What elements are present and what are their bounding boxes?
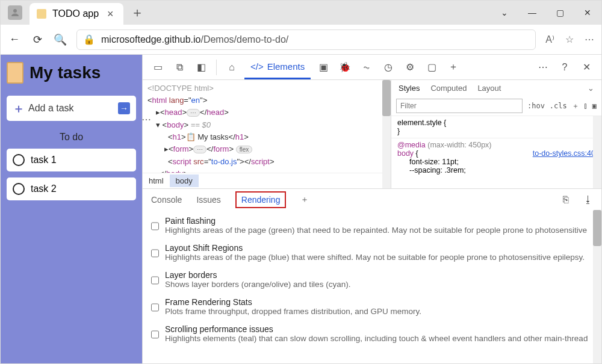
drawer-download-icon[interactable]: ⭳ [583, 194, 593, 205]
drawer-tool-icon[interactable]: ⎘ [563, 194, 569, 205]
application-icon[interactable]: ▢ [423, 58, 441, 76]
hov-toggle[interactable]: :hov [527, 102, 545, 110]
computed-icon[interactable]: ⫿ [584, 102, 588, 110]
style-rule[interactable]: element.style { } [391, 116, 601, 138]
help-icon[interactable]: ? [556, 58, 574, 76]
styles-pane: Styles Computed Layout ⌄ :hov .cls ＋ ⫿ ▣… [391, 80, 601, 188]
dom-tree[interactable]: ⋯ <!DOCTYPE html> <html lang="en"> ▸<hea… [143, 80, 391, 188]
checkbox[interactable] [151, 299, 159, 316]
tab-styles[interactable]: Styles [399, 84, 420, 93]
cls-toggle[interactable]: .cls [550, 102, 567, 110]
scrollbar[interactable] [593, 210, 601, 364]
stylesheet-link[interactable]: to-do-styles.css:40 [533, 149, 595, 158]
more-icon[interactable]: ⋯ [534, 58, 552, 76]
read-aloud-icon[interactable]: A⁾ [545, 34, 554, 45]
dom-line: <!DOCTYPE html> [147, 82, 386, 94]
device-icon[interactable]: ⧉ [170, 58, 188, 76]
tab-layout[interactable]: Layout [477, 84, 501, 93]
back-button[interactable]: ← [8, 33, 21, 46]
rendering-option: Scrolling performance issuesHighlights e… [151, 324, 593, 343]
close-tab-icon[interactable]: × [105, 8, 116, 20]
submit-arrow-icon[interactable]: → [118, 102, 130, 114]
favorite-icon[interactable]: ☆ [565, 34, 574, 45]
refresh-button[interactable]: ⟳ [31, 33, 44, 46]
search-icon[interactable]: 🔍 [54, 33, 67, 46]
address-bar: ← ⟳ 🔍 🔒 microsoftedge.github.io/Demos/de… [1, 25, 601, 55]
todo-section-label: To do [7, 132, 136, 143]
tab-favicon [37, 9, 46, 19]
checkbox[interactable] [151, 218, 159, 235]
svg-point-0 [13, 9, 17, 13]
checkbox[interactable] [151, 245, 159, 262]
menu-icon[interactable]: ⋯ [585, 34, 594, 45]
console-icon[interactable]: ▣ [314, 58, 332, 76]
tab-console[interactable]: Console [151, 195, 182, 205]
browser-tab[interactable]: TODO app × [29, 3, 123, 25]
performance-icon[interactable]: ◷ [379, 58, 397, 76]
rendering-panel: Paint flashingHighlights areas of the pa… [143, 210, 601, 364]
new-tab-button[interactable]: ＋ [123, 4, 151, 22]
close-devtools-icon[interactable]: ✕ [577, 58, 595, 76]
close-window-button[interactable]: ✕ [574, 1, 601, 25]
page-title: My tasks [29, 63, 101, 82]
window-titlebar: TODO app × ＋ ⌄ — ▢ ✕ [1, 1, 601, 25]
crumb-html[interactable]: html [143, 174, 170, 187]
tab-elements[interactable]: </> Elements [244, 55, 311, 79]
maximize-button[interactable]: ▢ [546, 1, 574, 25]
checkbox[interactable] [151, 272, 159, 289]
task-item[interactable]: task 1 [7, 149, 136, 171]
network-icon[interactable]: ⏦ [358, 58, 376, 76]
scrollbar[interactable] [593, 116, 601, 188]
style-rule[interactable]: @media (max-width: 450px) body { to-do-s… [391, 138, 601, 177]
profile-avatar[interactable] [8, 5, 22, 20]
crumb-body[interactable]: body [170, 174, 199, 187]
inspect-icon[interactable]: ▭ [149, 58, 167, 76]
memory-icon[interactable]: ⚙ [401, 58, 419, 76]
tab-title: TODO app [52, 8, 99, 19]
rendering-option: Layer bordersShows layer borders (orange… [151, 270, 593, 289]
tab-issues[interactable]: Issues [196, 195, 220, 205]
devtools-toolbar: ▭ ⧉ ◧ ⌂ </> Elements ▣ 🐞 ⏦ ◷ ⚙ ▢ ＋ ⋯ ? ✕ [143, 55, 601, 80]
rendering-option: Layout Shift RegionsHighlights areas of … [151, 243, 593, 262]
rendered-page: My tasks ＋Add a task → To do task 1 task… [1, 55, 142, 364]
lock-icon: 🔒 [83, 34, 95, 45]
minimize-button[interactable]: — [518, 1, 546, 25]
checkbox-icon[interactable] [13, 154, 25, 166]
add-task-placeholder: Add a task [28, 103, 74, 114]
task-label: task 2 [31, 184, 57, 194]
home-icon[interactable]: ⌂ [223, 58, 241, 76]
url-path: /Demos/demo-to-do/ [200, 34, 288, 45]
chevron-down-icon[interactable]: ⌄ [588, 84, 594, 93]
tab-computed[interactable]: Computed [430, 84, 467, 93]
rendering-option: Frame Rendering StatsPlots frame through… [151, 297, 593, 316]
scrollbar[interactable] [382, 80, 391, 188]
bug-icon[interactable]: 🐞 [336, 58, 354, 76]
elements-label: Elements [267, 61, 305, 72]
devtools-panel: ▭ ⧉ ◧ ⌂ </> Elements ▣ 🐞 ⏦ ◷ ⚙ ▢ ＋ ⋯ ? ✕… [142, 55, 601, 364]
checkbox[interactable] [151, 326, 159, 343]
dock-icon[interactable]: ◧ [192, 58, 210, 76]
filter-input[interactable] [396, 99, 523, 113]
rendering-option: Paint flashingHighlights areas of the pa… [151, 216, 593, 235]
clipboard-icon [7, 62, 23, 84]
chevron-down-icon[interactable]: ⌄ [491, 1, 518, 25]
url-field[interactable]: 🔒 microsoftedge.github.io/Demos/demo-to-… [76, 29, 536, 50]
add-task-input[interactable]: ＋Add a task → [7, 96, 136, 121]
tab-rendering[interactable]: Rendering [235, 191, 287, 208]
code-icon: </> [250, 61, 264, 72]
new-style-icon[interactable]: ＋ [572, 101, 579, 111]
more-tabs-icon[interactable]: ＋ [444, 58, 462, 76]
url-host: microsoftedge.github.io [101, 34, 200, 45]
ellipsis-icon[interactable]: ⋯ [143, 114, 151, 125]
task-item[interactable]: task 2 [7, 177, 136, 200]
toggle-icon[interactable]: ▣ [592, 102, 597, 110]
add-drawer-tab-icon[interactable]: ＋ [300, 194, 309, 205]
task-label: task 1 [31, 155, 57, 165]
plus-icon: ＋ [13, 100, 25, 117]
drawer-tabs: Console Issues Rendering ＋ ⎘ ⭳ [143, 188, 601, 210]
checkbox-icon[interactable] [13, 183, 25, 195]
